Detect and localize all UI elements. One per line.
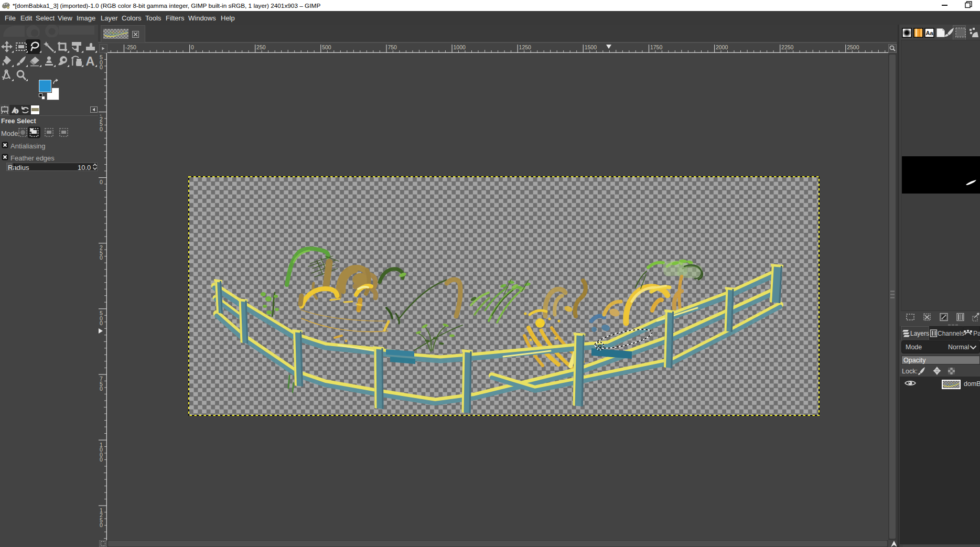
svg-text:Channels: Channels: [938, 330, 964, 337]
svg-text:1500: 1500: [585, 44, 597, 50]
svg-text:0: 0: [100, 456, 103, 463]
svg-text:1250: 1250: [519, 44, 532, 50]
svg-text:2000: 2000: [716, 44, 728, 50]
svg-text:2250: 2250: [781, 44, 794, 50]
svg-text:Pat: Pat: [973, 330, 980, 337]
svg-text:1750: 1750: [650, 44, 663, 50]
svg-text:0: 0: [100, 320, 103, 326]
svg-text:2500: 2500: [847, 44, 859, 50]
svg-text:0: 0: [100, 254, 103, 261]
svg-text:0: 0: [100, 179, 103, 185]
svg-text:1000: 1000: [454, 44, 466, 50]
svg-text:Aa: Aa: [925, 30, 933, 36]
svg-text:500: 500: [322, 44, 331, 50]
svg-text:Layers: Layers: [910, 330, 929, 337]
svg-text:0: 0: [100, 126, 103, 132]
svg-text:0: 0: [100, 64, 103, 70]
svg-text:0: 0: [100, 385, 103, 392]
svg-text:750: 750: [387, 44, 397, 50]
svg-text:A: A: [85, 54, 94, 68]
svg-text:0: 0: [100, 522, 103, 528]
svg-text:250: 250: [256, 44, 266, 50]
svg-text:-250: -250: [125, 44, 136, 50]
svg-text:0: 0: [191, 44, 194, 50]
svg-text:i: i: [16, 109, 17, 114]
